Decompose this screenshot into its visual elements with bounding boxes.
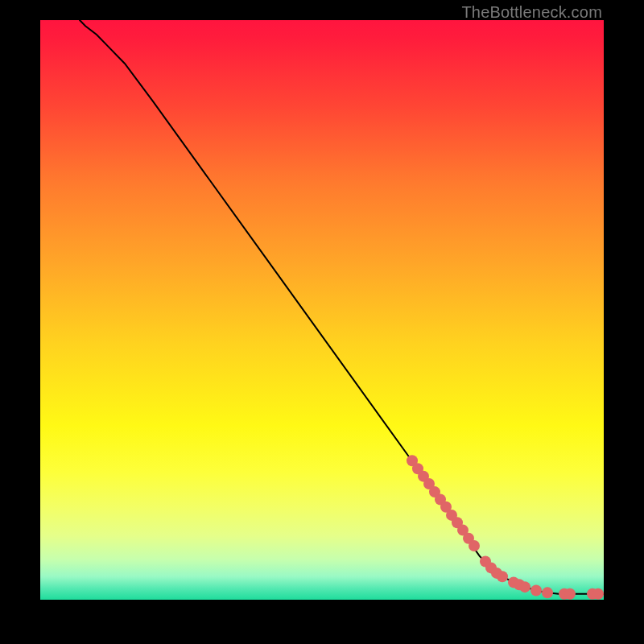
watermark-text: TheBottleneck.com (461, 3, 602, 22)
data-point (497, 571, 508, 582)
data-point (530, 584, 542, 596)
data-point (564, 588, 576, 600)
chart-frame: TheBottleneck.com (0, 0, 644, 644)
plot-area (40, 20, 604, 600)
data-point (592, 588, 604, 600)
curve-line (80, 20, 604, 594)
data-point (469, 540, 480, 551)
chart-overlay (40, 20, 604, 600)
data-point (519, 581, 530, 592)
scatter-points (407, 455, 604, 600)
data-point (542, 587, 553, 598)
